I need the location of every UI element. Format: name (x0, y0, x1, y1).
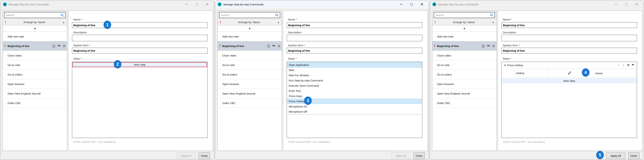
command-list-item[interactable]: Order CBC (3, 98, 67, 108)
command-list-item[interactable]: Open browser (432, 79, 496, 89)
command-list-item[interactable]: Go to orders (218, 70, 282, 79)
command-list-item[interactable]: Close video (218, 51, 282, 60)
step-title: Press Hotkey (507, 64, 523, 67)
move-step-down-icon[interactable]: ↓ (622, 63, 625, 67)
step-type-microphone-off[interactable]: Microphone Off (287, 109, 422, 114)
description-field[interactable] (502, 35, 637, 41)
new-step-row[interactable]: New Step (502, 78, 636, 83)
command-list-item-selected[interactable]: ! Beginning of line (3, 41, 67, 51)
command-list-item[interactable]: Go to note (432, 60, 496, 70)
step-type-execute-voice-command[interactable]: Execute Voice Command (287, 83, 422, 88)
minimize-button[interactable] (181, 0, 192, 8)
hotkey-param-value-cell[interactable]: Home (548, 69, 636, 77)
mandatory-note: Fields marked with * are mandatory (503, 140, 545, 143)
new-step-row[interactable]: New Step (72, 62, 207, 67)
maximize-button[interactable] (192, 0, 202, 8)
command-list-item[interactable]: Close video (432, 51, 496, 60)
undo-icon[interactable] (272, 44, 276, 47)
close-window-button[interactable] (202, 0, 212, 8)
copy-icon[interactable] (267, 44, 270, 48)
delete-step-icon[interactable] (626, 63, 630, 67)
spoken-form-label: Spoken form * (73, 44, 90, 47)
command-list-item[interactable]: Open New England Journal (432, 89, 496, 98)
titlebar[interactable]: Manage Step-by-step Commands (215, 0, 428, 8)
spoken-form-field[interactable]: Beginning of line (287, 48, 422, 53)
titlebar[interactable]: Manage Step-by-step Commands (0, 0, 214, 8)
close-button[interactable]: Close (414, 153, 424, 159)
search-icon[interactable] (275, 13, 279, 17)
command-list-item[interactable]: Open New England Journal (3, 89, 67, 98)
search-icon[interactable] (60, 13, 64, 17)
search-icon[interactable] (490, 13, 493, 17)
minimize-button[interactable] (396, 0, 406, 8)
arrange-by-label: Arrange by: Name (6, 21, 63, 24)
apply-all-button[interactable]: Apply All (606, 153, 625, 159)
name-field[interactable]: Beginning of line (502, 22, 637, 28)
close-window-button[interactable] (417, 0, 427, 8)
add-command-button[interactable]: + (3, 25, 67, 32)
command-list-item[interactable]: Go to note (218, 60, 282, 70)
description-field[interactable] (72, 35, 208, 41)
minimize-button[interactable] (610, 0, 621, 8)
search-input[interactable]: Search (4, 12, 66, 18)
close-button[interactable]: Close (628, 153, 639, 159)
description-label: Description (73, 31, 87, 34)
step-type-run-step-by-step-command[interactable]: Run Step-by-step Command (287, 78, 422, 83)
command-list-item[interactable]: Add new note (432, 32, 496, 41)
search-input[interactable]: Search (219, 12, 280, 18)
command-list-item-selected[interactable]: ! Beginning of line (218, 41, 282, 51)
delete-icon[interactable] (63, 45, 66, 47)
command-list-item-selected[interactable]: ! Beginning of line (432, 41, 496, 51)
annotation-badge-1: 1 (104, 21, 111, 29)
command-list-panel: Search ! Arrange by: Name ▲ + Add new no… (218, 10, 282, 151)
step-type-wait-for-window[interactable]: Wait For Window (287, 73, 422, 78)
add-command-button[interactable]: + (218, 25, 282, 32)
arrange-by-header[interactable]: ! Arrange by: Name ▲ (432, 19, 496, 25)
spoken-form-field[interactable]: Beginning of line (502, 48, 637, 53)
step-type-wait[interactable]: Wait (287, 67, 422, 73)
copy-icon[interactable] (52, 44, 56, 48)
command-list-item[interactable]: Go to orders (3, 70, 67, 79)
close-button[interactable]: Close (199, 153, 210, 159)
add-command-button[interactable]: + (432, 25, 496, 32)
arrange-by-header[interactable]: ! Arrange by: Name ▲ (218, 19, 282, 25)
move-step-up-icon[interactable]: ↑ (617, 63, 620, 67)
undo-icon[interactable] (57, 44, 61, 47)
step-type-enter-text[interactable]: Enter Text (287, 88, 422, 93)
titlebar[interactable]: Manage Step-by-step Commands (430, 0, 643, 8)
maximize-button[interactable] (406, 0, 417, 8)
command-list-item[interactable]: Close video (3, 51, 67, 60)
spoken-form-field[interactable]: Beginning of line (72, 48, 208, 53)
expander-triangle-icon[interactable] (504, 64, 506, 66)
mandatory-note: Fields marked with * are mandatory (73, 140, 116, 143)
command-detail-panel: Name * Beginning of line Description Spo… (498, 10, 642, 151)
apply-all-button[interactable]: Apply All (177, 153, 196, 159)
edit-pencil-icon[interactable] (567, 71, 572, 75)
step-type-open-application[interactable]: Open Application (287, 62, 422, 67)
name-field[interactable]: Beginning of line (72, 22, 208, 28)
delete-icon[interactable] (278, 45, 280, 47)
delete-icon[interactable] (492, 45, 495, 47)
command-list-item[interactable]: Add new note (218, 32, 282, 41)
search-input[interactable]: Search (434, 12, 495, 18)
step-press-hotkey-header[interactable]: Press Hotkey ↑ ↓ (502, 62, 636, 68)
apply-all-button[interactable]: Apply All (392, 153, 410, 159)
command-list-item[interactable]: Order CBC (432, 98, 496, 108)
name-field[interactable]: Beginning of line (287, 22, 422, 28)
close-window-button[interactable] (632, 0, 642, 8)
description-label: Description (288, 31, 302, 34)
undo-step-icon[interactable] (632, 63, 635, 67)
copy-icon[interactable] (482, 44, 485, 48)
description-field[interactable] (287, 35, 422, 41)
command-list-item[interactable]: Order CBC (218, 98, 282, 108)
command-list-item[interactable]: Open New England Journal (218, 89, 282, 98)
command-list-item[interactable]: Open browser (218, 79, 282, 89)
command-list-item[interactable]: Open browser (3, 79, 67, 89)
command-list-item[interactable]: Go to note (3, 60, 67, 70)
command-list-item[interactable]: Add new note (3, 32, 67, 41)
maximize-button[interactable] (621, 0, 632, 8)
command-list-item[interactable]: Go to orders (432, 70, 496, 79)
arrange-by-header[interactable]: ! Arrange by: Name ▲ (3, 19, 67, 25)
steps-label: Steps * (288, 57, 296, 60)
undo-icon[interactable] (487, 44, 490, 47)
